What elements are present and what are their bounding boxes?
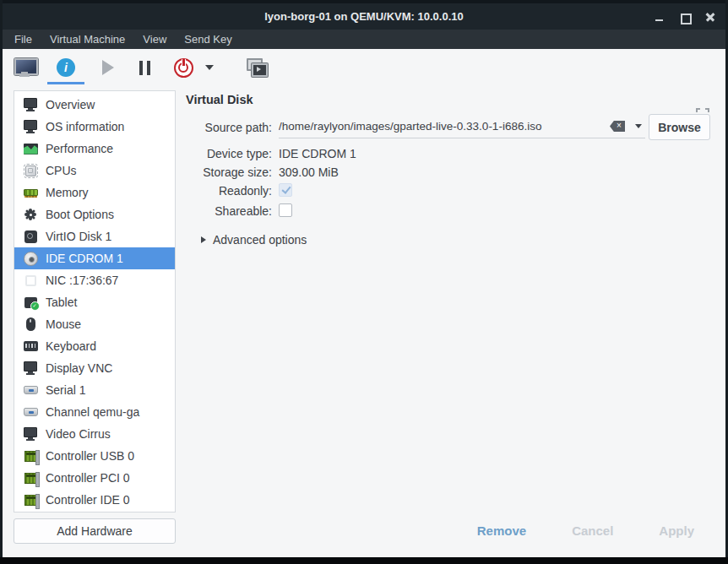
sidebar-item-boot-options[interactable]: Boot Options xyxy=(14,203,175,225)
sidebar-item-controller-usb-0[interactable]: Controller USB 0 xyxy=(14,445,175,467)
graphical-console-button[interactable] xyxy=(14,58,36,77)
device-type-value: IDE CDROM 1 xyxy=(279,147,356,160)
shareable-label: Shareable: xyxy=(186,204,272,218)
sidebar-item-nic-17-36-67[interactable]: NIC :17:36:67 xyxy=(14,269,175,291)
memory-icon xyxy=(24,189,38,196)
advanced-options-label: Advanced options xyxy=(213,233,307,247)
menu-view[interactable]: View xyxy=(140,31,169,47)
run-play-icon[interactable] xyxy=(102,60,114,75)
sidebar-item-channel-qemu-ga[interactable]: Channel qemu-ga xyxy=(14,401,175,423)
keyboard-icon xyxy=(24,341,38,351)
menu-virtual-machine[interactable]: Virtual Machine xyxy=(47,31,128,47)
sidebar-item-controller-ide-0[interactable]: Controller IDE 0 xyxy=(14,489,175,511)
details-info-icon: i xyxy=(57,58,75,77)
browse-button[interactable]: Browse xyxy=(649,114,710,140)
sidebar-item-partial[interactable] xyxy=(14,511,175,512)
sidebar-item-virtio-disk-1[interactable]: VirtIO Disk 1 xyxy=(14,225,175,247)
add-hardware-button[interactable]: Add Hardware xyxy=(14,518,176,544)
sidebar-item-keyboard[interactable]: Keyboard xyxy=(14,335,175,357)
monitor-icon xyxy=(23,427,38,441)
sidebar-item-mouse[interactable]: Mouse xyxy=(14,313,175,335)
window-controls xyxy=(654,3,716,30)
source-path-label: Source path: xyxy=(186,121,272,134)
readonly-checkbox xyxy=(279,183,292,197)
clear-entry-icon[interactable]: × xyxy=(610,121,625,132)
entry-dropdown-caret-icon[interactable] xyxy=(635,124,642,128)
shareable-checkbox[interactable] xyxy=(279,203,292,217)
action-buttons: Remove Cancel Apply xyxy=(477,523,694,538)
toolbar: i xyxy=(0,49,728,86)
apply-button: Apply xyxy=(659,523,694,538)
menu-send-key[interactable]: Send Key xyxy=(182,31,234,47)
menubar: File Virtual Machine View Send Key xyxy=(0,30,728,49)
storage-size-value: 309.00 MiB xyxy=(279,165,339,179)
controller-icon xyxy=(24,451,37,462)
hardware-list: Overview OS information Performance CPUs… xyxy=(14,91,175,512)
nic-icon xyxy=(25,275,36,286)
performance-chart-icon xyxy=(24,144,38,155)
cdrom-icon xyxy=(24,252,38,266)
cancel-button: Cancel xyxy=(572,523,613,538)
window-frame-left xyxy=(0,0,3,564)
monitor-icon xyxy=(23,98,38,111)
mouse-icon xyxy=(26,317,35,331)
source-path-input[interactable] xyxy=(279,120,610,133)
disk-icon xyxy=(24,230,37,243)
console-windows-icon[interactable] xyxy=(246,58,268,77)
controller-icon xyxy=(24,495,37,506)
details-button[interactable]: i xyxy=(57,58,75,77)
sidebar-item-tablet[interactable]: Tablet xyxy=(14,291,175,313)
remove-button[interactable]: Remove xyxy=(477,523,526,538)
graphical-console-icon xyxy=(14,58,36,77)
sidebar-item-os-information[interactable]: OS information xyxy=(14,116,175,138)
tablet-icon xyxy=(24,297,37,308)
sidebar-item-ide-cdrom-1[interactable]: IDE CDROM 1 xyxy=(14,247,175,269)
monitor-icon xyxy=(23,361,38,375)
sidebar-item-cpus[interactable]: CPUs xyxy=(14,160,175,182)
console-play-glyph xyxy=(257,67,261,72)
maximize-icon[interactable] xyxy=(679,11,691,23)
advanced-options-expander[interactable]: Advanced options xyxy=(201,233,307,247)
expander-arrow-icon xyxy=(201,236,206,243)
sidebar-item-controller-pci-0[interactable]: Controller PCI 0 xyxy=(14,467,175,489)
window-frame-top xyxy=(0,0,728,3)
pause-icon[interactable] xyxy=(139,61,150,75)
controller-icon xyxy=(24,473,37,484)
storage-size-label: Storage size: xyxy=(186,165,272,179)
serial-icon xyxy=(24,408,38,416)
shutdown-power-icon[interactable] xyxy=(174,58,193,78)
sidebar-item-performance[interactable]: Performance xyxy=(14,138,175,160)
titlebar: lyon-borg-01 on QEMU/KVM: 10.0.0.10 xyxy=(0,0,728,30)
menu-file[interactable]: File xyxy=(12,31,35,47)
sidebar-item-serial-1[interactable]: Serial 1 xyxy=(14,379,175,401)
hardware-sidebar: Overview OS information Performance CPUs… xyxy=(14,90,176,512)
sidebar-item-video-cirrus[interactable]: Video Cirrus xyxy=(14,423,175,445)
minimize-icon[interactable] xyxy=(654,11,666,23)
window-title: lyon-borg-01 on QEMU/KVM: 10.0.0.10 xyxy=(264,8,464,23)
sidebar-item-overview[interactable]: Overview xyxy=(14,94,175,116)
page-title: Virtual Disk xyxy=(186,93,253,106)
cpu-chip-icon xyxy=(25,165,36,176)
shutdown-menu-caret-icon[interactable] xyxy=(205,65,214,70)
gear-icon xyxy=(24,209,36,220)
readonly-label: Readonly: xyxy=(186,184,272,198)
sidebar-item-display-vnc[interactable]: Display VNC xyxy=(14,357,175,379)
serial-icon xyxy=(24,386,38,394)
window-frame-bottom xyxy=(0,557,728,564)
sidebar-item-memory[interactable]: Memory xyxy=(14,182,175,203)
close-icon[interactable] xyxy=(704,11,716,23)
source-path-entry: × xyxy=(279,115,645,138)
vm-details-window: lyon-borg-01 on QEMU/KVM: 10.0.0.10 File… xyxy=(0,0,728,564)
device-type-label: Device type: xyxy=(186,147,272,160)
monitor-icon xyxy=(23,120,38,133)
